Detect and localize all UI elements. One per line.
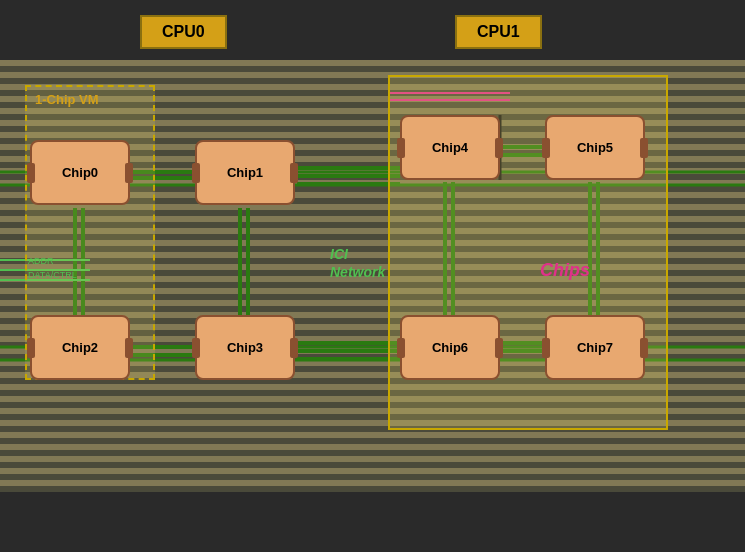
left-label-2: DATA/CTRL — [28, 270, 77, 280]
chip0: Chip0 — [30, 140, 130, 205]
chip3: Chip3 — [195, 315, 295, 380]
top-bar: CPU0 CPU1 — [0, 0, 745, 60]
ici-network-label: ICINetwork — [330, 245, 385, 281]
cpu0-label: CPU0 — [140, 15, 227, 49]
chip6: Chip6 — [400, 315, 500, 380]
left-label-1: ADDR — [28, 256, 54, 266]
chip2: Chip2 — [30, 315, 130, 380]
chip7: Chip7 — [545, 315, 645, 380]
chip1: Chip1 — [195, 140, 295, 205]
bottom-bar — [0, 492, 745, 552]
vm-label: 1-Chip VM — [35, 92, 99, 107]
chip4: Chip4 — [400, 115, 500, 180]
chip5: Chip5 — [545, 115, 645, 180]
cpu1-label: CPU1 — [455, 15, 542, 49]
chips-label: Chips — [540, 260, 590, 281]
content-area: 1-Chip VM Chip0 Chip1 Chip2 Chip3 Chip4 … — [0, 60, 745, 492]
